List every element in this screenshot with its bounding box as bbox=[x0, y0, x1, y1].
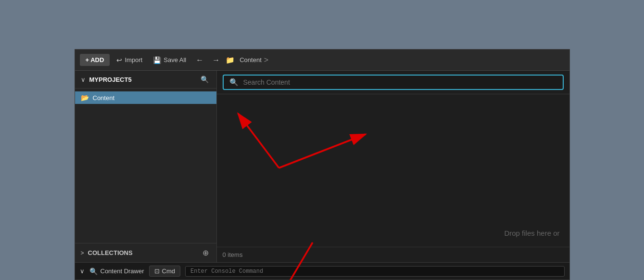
project-name: MYPROJECT5 bbox=[89, 76, 195, 83]
search-input[interactable] bbox=[243, 78, 557, 86]
collections-header[interactable]: > COLLECTIONS ⊕ bbox=[81, 247, 211, 258]
drop-zone: Drop files here or bbox=[217, 94, 569, 247]
sidebar-search-button[interactable]: 🔍 bbox=[199, 75, 211, 84]
content-drawer-area[interactable]: 🔍 Content Drawer bbox=[89, 267, 144, 275]
cmd-icon: ⊡ bbox=[154, 267, 160, 275]
add-button[interactable]: + ADD bbox=[80, 54, 110, 66]
breadcrumb-separator: > bbox=[264, 56, 268, 64]
items-count: 0 items bbox=[217, 247, 569, 262]
drawer-icon: 🔍 bbox=[89, 267, 98, 275]
cmd-button[interactable]: ⊡ Cmd bbox=[149, 266, 180, 277]
collections-chevron-icon: > bbox=[81, 250, 84, 256]
search-bar-area: 🔍 bbox=[217, 71, 569, 94]
content-folder-icon: 📂 bbox=[81, 94, 89, 102]
collections-section: > COLLECTIONS ⊕ bbox=[75, 243, 216, 262]
content-area: ∨ MYPROJECT5 🔍 📂 Content > COLLECTIONS ⊕ bbox=[75, 71, 569, 262]
sidebar-tree: 📂 Content bbox=[75, 89, 216, 243]
bottom-bar: ∨ 🔍 Content Drawer ⊡ Cmd bbox=[75, 262, 569, 280]
sidebar-header: ∨ MYPROJECT5 🔍 bbox=[75, 71, 216, 89]
main-content: 🔍 Drop files here or 0 items bbox=[217, 71, 569, 262]
breadcrumb: Content > bbox=[240, 56, 268, 64]
forward-button[interactable]: → bbox=[209, 53, 223, 67]
cmd-label: Cmd bbox=[162, 267, 175, 275]
folder-icon: 📁 bbox=[226, 56, 235, 64]
back-button[interactable]: ← bbox=[193, 53, 206, 67]
add-collection-button[interactable]: ⊕ bbox=[201, 247, 211, 258]
content-drawer-label-text: Content Drawer bbox=[101, 267, 144, 275]
console-input[interactable] bbox=[185, 266, 565, 277]
drawer-chevron-icon: ∨ bbox=[80, 267, 85, 275]
collections-label: COLLECTIONS bbox=[88, 249, 197, 256]
sidebar-item-content[interactable]: 📂 Content bbox=[75, 91, 216, 104]
sidebar: ∨ MYPROJECT5 🔍 📂 Content > COLLECTIONS ⊕ bbox=[75, 71, 217, 262]
project-chevron-icon: ∨ bbox=[81, 76, 86, 83]
search-bar: 🔍 bbox=[223, 75, 564, 90]
drop-text: Drop files here or bbox=[504, 229, 559, 237]
save-icon: 💾 bbox=[153, 56, 161, 64]
save-all-button[interactable]: 💾 Save All bbox=[149, 54, 190, 66]
import-button[interactable]: ↩ Import bbox=[113, 54, 146, 66]
import-icon: ↩ bbox=[116, 56, 122, 64]
search-icon: 🔍 bbox=[229, 78, 239, 87]
toolbar: + ADD ↩ Import 💾 Save All ← → 📁 Content … bbox=[75, 50, 569, 71]
